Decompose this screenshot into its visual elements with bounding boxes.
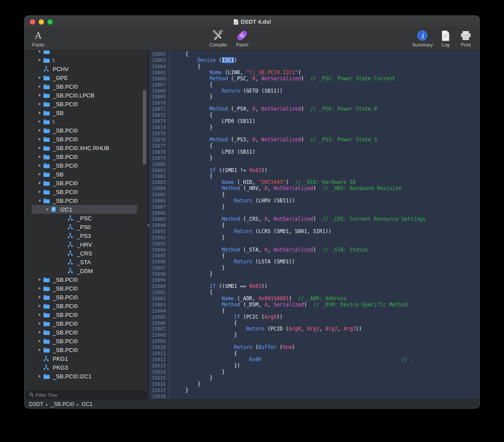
tree-item-_SB.PCI0.XHC.RHUB[interactable]: _SB.PCI0.XHC.RHUB xyxy=(25,144,148,152)
tree-item-I2C1[interactable]: I2C1 xyxy=(25,205,148,214)
folder-icon xyxy=(43,119,51,125)
disclosure-triangle-icon[interactable] xyxy=(36,182,43,184)
line-number: 15887 xyxy=(149,204,169,210)
tree-item-label: \ xyxy=(53,119,54,125)
tree-item-_SB.PCI0[interactable]: _SB.PCI0 xyxy=(25,310,148,319)
tree-item-label: _GPE xyxy=(53,75,68,81)
tree-item-_SB.PCI0.LPCB[interactable]: _SB.PCI0.LPCB xyxy=(25,91,148,100)
disclosure-triangle-icon[interactable] xyxy=(36,199,43,202)
sidebar-scrollbar-thumb[interactable] xyxy=(143,90,146,165)
pane-splitter[interactable] xyxy=(148,50,149,399)
disclosure-triangle-icon[interactable] xyxy=(36,111,43,114)
tree-item-_SB.PCI0[interactable]: _SB.PCI0 xyxy=(25,293,148,302)
tree-item-_SB.PCI0[interactable]: _SB.PCI0 xyxy=(25,337,148,345)
compile-button[interactable]: Compile xyxy=(209,29,227,47)
disclosure-triangle-icon[interactable] xyxy=(36,120,43,123)
line-number: 15890 xyxy=(149,223,169,229)
breadcrumb-item[interactable]: _SB.PCI0 xyxy=(51,401,74,407)
disclosure-triangle-icon[interactable] xyxy=(36,85,43,88)
tree-item-_SB.PCI0[interactable]: _SB.PCI0 xyxy=(25,100,148,108)
disclosure-triangle-icon[interactable] xyxy=(36,340,43,342)
breadcrumb-item[interactable]: DSDT xyxy=(29,401,44,407)
tree-item-_HRV[interactable]: _HRV xyxy=(25,240,148,249)
disclosure-triangle-icon[interactable] xyxy=(36,147,43,149)
summary-button[interactable]: i Summary xyxy=(412,29,433,47)
line-number: 15884 xyxy=(149,186,169,192)
tree-item-_SB.PCI0[interactable]: _SB.PCI0 xyxy=(25,135,148,144)
folder-icon xyxy=(43,75,51,81)
tree-item-_SB.PCI0[interactable]: _SB.PCI0 xyxy=(25,126,148,135)
tree-item-_DSM[interactable]: _DSM xyxy=(25,266,148,275)
tree-item-clipped[interactable] xyxy=(25,50,148,56)
tree-item-_PSC[interactable]: _PSC xyxy=(25,214,148,223)
disclosure-triangle-icon[interactable] xyxy=(36,76,43,79)
tree-item-_SB.PCI0[interactable]: _SB.PCI0 xyxy=(25,284,148,293)
folder-icon xyxy=(43,136,51,143)
tree-item-_GPE[interactable]: _GPE xyxy=(25,73,148,82)
tree-item-\[interactable]: \ xyxy=(25,117,148,126)
tree-item-_SB[interactable]: _SB xyxy=(25,170,148,179)
print-button[interactable]: Print xyxy=(458,29,473,47)
disclosure-triangle-icon[interactable] xyxy=(36,59,43,61)
code-line: 15867 { xyxy=(149,82,479,88)
breadcrumb-item[interactable]: I2C1 xyxy=(81,401,92,407)
tree-item-_SB.PCI0[interactable]: _SB.PCI0 xyxy=(25,302,148,310)
disclosure-triangle-icon[interactable] xyxy=(36,103,43,105)
disclosure-triangle-icon[interactable] xyxy=(44,208,51,211)
disclosure-triangle-icon[interactable] xyxy=(36,278,43,281)
tree-item-_SB.PCI0[interactable]: _SB.PCI0 xyxy=(25,161,148,170)
disclosure-triangle-icon[interactable] xyxy=(36,190,43,193)
tree-item-_SB.PCI0[interactable]: _SB.PCI0 xyxy=(25,187,148,196)
tree-item-_SB.PCI0[interactable]: _SB.PCI0 xyxy=(25,196,148,205)
disclosure-triangle-icon[interactable] xyxy=(36,138,43,140)
log-button[interactable]: Log xyxy=(438,29,453,47)
tree-item-PKG1[interactable]: PKG1 xyxy=(25,354,148,363)
folder-icon xyxy=(43,189,51,195)
tree-item-_SB.PCI0[interactable]: _SB.PCI0 xyxy=(25,179,148,187)
tree-item-label: _SB.PCI0 xyxy=(53,338,78,345)
disclosure-triangle-icon[interactable] xyxy=(36,287,43,290)
tree-item-_PS0[interactable]: _PS0 xyxy=(25,223,148,231)
disclosure-triangle-icon[interactable] xyxy=(36,50,43,53)
disclosure-triangle-icon[interactable] xyxy=(36,173,43,176)
tree-item-_SB.PCI0[interactable]: _SB.PCI0 xyxy=(25,82,148,91)
code-line: 15877 { xyxy=(149,143,479,149)
disclosure-triangle-icon[interactable] xyxy=(36,129,43,132)
filter-tree-input[interactable] xyxy=(36,392,144,398)
tree-item-\[interactable]: \ xyxy=(25,56,148,65)
tree-item-PKG3[interactable]: PKG3 xyxy=(25,363,148,372)
tree-item-_SB[interactable]: _SB xyxy=(25,108,148,117)
tree-item-_SB.PCI0.I2C1[interactable]: _SB.PCI0.I2C1 xyxy=(25,372,148,381)
tree-item-PCHV[interactable]: PCHV xyxy=(25,65,148,73)
tree-item-_SB.PCI0[interactable]: _SB.PCI0 xyxy=(25,152,148,161)
code-line: 15888 xyxy=(149,210,479,216)
disclosure-triangle-icon[interactable] xyxy=(36,155,43,158)
code-line: 15898 } xyxy=(149,271,479,277)
tree-item-_SB.PCI0[interactable]: _SB.PCI0 xyxy=(25,275,148,284)
disclosure-triangle-icon[interactable] xyxy=(36,164,43,167)
disclosure-triangle-icon[interactable] xyxy=(36,313,43,316)
disclosure-triangle-icon[interactable] xyxy=(36,296,43,298)
disclosure-triangle-icon[interactable] xyxy=(36,305,43,307)
tree-item-_CRS[interactable]: _CRS xyxy=(25,249,148,258)
disclosure-triangle-icon[interactable] xyxy=(36,331,43,334)
code-text: Return (PCID (Arg0, Arg1, Arg2, Arg3)) xyxy=(173,326,362,332)
disclosure-triangle-icon[interactable] xyxy=(36,322,43,325)
fonts-button[interactable]: A Fonts xyxy=(31,29,46,47)
summary-label: Summary xyxy=(412,42,433,47)
disclosure-triangle-icon[interactable] xyxy=(36,94,43,97)
disclosure-triangle-icon[interactable] xyxy=(36,375,43,377)
code-editor[interactable]: 15862 {15863 Device (I2C1)15864 {15865 N… xyxy=(149,50,479,399)
tree-item-_SB.PCI0[interactable]: _SB.PCI0 xyxy=(25,319,148,328)
code-line: 15868 Return (GETD (SB11)) xyxy=(149,88,479,94)
tree-item-_PS3[interactable]: _PS3 xyxy=(25,231,148,240)
splitter-handle[interactable] xyxy=(148,224,149,226)
tree-item-_SB.PCI0[interactable]: _SB.PCI0 xyxy=(25,345,148,354)
tree-item-_SB.PCI0[interactable]: _SB.PCI0 xyxy=(25,328,148,337)
folder-icon xyxy=(43,83,51,90)
disclosure-triangle-icon[interactable] xyxy=(36,349,43,351)
code-line: 15885 { xyxy=(149,192,479,198)
tree-item-label: _PS0 xyxy=(77,224,91,230)
patch-button[interactable]: Patch xyxy=(235,29,250,47)
tree-item-_STA[interactable]: _STA xyxy=(25,258,148,266)
